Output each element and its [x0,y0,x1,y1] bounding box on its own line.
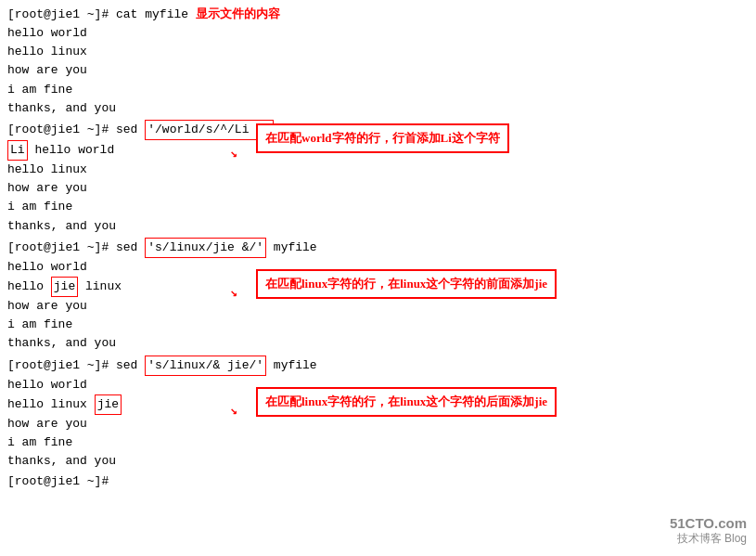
block2-section: [root@jie1 ~]# sed '/world/s/^/Li /' myf… [7,120,749,236]
arrow-4: ↘ [230,402,237,420]
output-line-4c: how are you [7,415,749,433]
file-line-1e: thanks, and you [7,99,749,118]
block3-section: [root@jie1 ~]# sed 's/linux/jie &/' myfi… [7,238,749,354]
jie-suffix-box: jie [95,394,122,415]
last-prompt-line: [root@jie1 ~]# [7,472,749,491]
annotation-box-4: 在匹配linux字符的行，在linux这个字符的后面添加jie [256,387,557,417]
output-line-2d: i am fine [7,198,749,216]
block1-section: [root@jie1 ~]# cat myfile 显示文件的内容 hello … [7,6,749,118]
cmd-line-1: [root@jie1 ~]# cat myfile 显示文件的内容 [7,6,749,24]
output-line-2e: thanks, and you [7,217,749,236]
file-line-1a: hello world [7,24,749,43]
cmd-line-4: [root@jie1 ~]# sed 's/linux/& jie/' myfi… [7,356,749,376]
prompt-1: [root@jie1 ~]# cat myfile [7,6,196,24]
output-line-3d: i am fine [7,316,749,334]
arrow-3: ↘ [230,284,237,303]
cmd-suffix-4: myfile [266,356,317,375]
prompt-3: [root@jie1 ~]# sed [7,239,145,257]
output-line-2b: hello linux [7,161,749,179]
arrow-2: ↘ [230,145,237,163]
prompt-4: [root@jie1 ~]# sed [7,356,145,375]
file-line-1b: hello linux [7,43,749,61]
last-prompt: [root@jie1 ~]# [7,472,109,491]
command-box-4: 's/linux/& jie/' [145,356,266,376]
output-line-3c: how are you [7,297,749,316]
file-line-1c: how are you [7,61,749,80]
block4-section: [root@jie1 ~]# sed 's/linux/& jie/' myfi… [7,356,749,472]
cmd-suffix-3: myfile [266,239,317,257]
annotation-box-3: 在匹配linux字符的行，在linux这个字符的前面添加jie [256,269,557,299]
watermark-line2: 技术博客 Blog [670,531,747,547]
file-line-1d: i am fine [7,81,749,99]
output-line-4e: thanks, and you [7,452,749,471]
output-line-2c: how are you [7,179,749,198]
command-box-2: '/world/s/^/Li /' [145,120,274,140]
cmd-line-3: [root@jie1 ~]# sed 's/linux/jie &/' myfi… [7,238,749,258]
command-box-3: 's/linux/jie &/' [145,238,266,258]
watermark-line1: 51CTO.com [670,515,747,531]
li-prefix-box: Li [7,140,28,161]
output-line-4d: i am fine [7,433,749,452]
terminal-area: [root@jie1 ~]# cat myfile 显示文件的内容 hello … [0,0,756,498]
annotation-inline-1: 显示文件的内容 [196,6,280,24]
output-line-3e: thanks, and you [7,334,749,353]
annotation-box-2: 在匹配world字符的行，行首添加Li这个字符 [256,123,509,153]
watermark: 51CTO.com 技术博客 Blog [670,515,747,547]
prompt-2: [root@jie1 ~]# sed [7,121,145,139]
jie-prefix-box: jie [51,277,78,297]
